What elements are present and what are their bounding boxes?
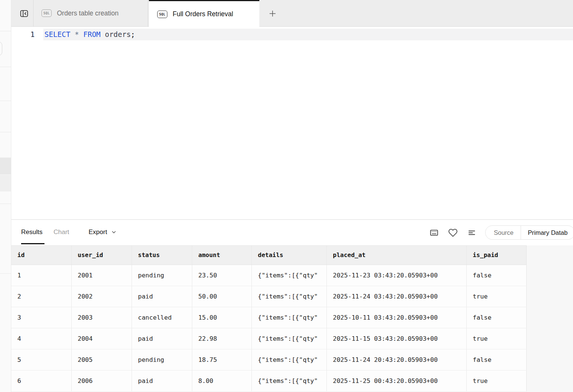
column-header-placed_at: placed_at — [327, 246, 467, 265]
cell-details: {"items":[{"qty" — [252, 371, 327, 391]
code-token — [101, 30, 105, 38]
tab-label: Full Orders Retrieval — [173, 10, 233, 18]
sidebar-item-highlight — [0, 158, 11, 175]
cell-is_paid: false — [467, 265, 527, 286]
results-table: iduser_idstatusamountdetailsplaced_atis_… — [11, 245, 527, 392]
sidebar-item-highlight — [0, 175, 11, 191]
sql-editor[interactable]: 1 SELECT * FROM orders; — [11, 27, 573, 219]
table-row: 42004paid22.98{"items":[{"qty"2025-11-15… — [11, 328, 527, 349]
cell-amount: 22.98 — [192, 328, 252, 349]
cell-amount: 8.00 — [192, 371, 252, 391]
column-header-amount: amount — [192, 246, 252, 265]
column-header-user_id: user_id — [72, 246, 132, 265]
tab-label: Orders table creation — [57, 9, 118, 17]
keyboard-shortcuts-button[interactable] — [429, 228, 439, 237]
active-tab-underline — [21, 243, 44, 244]
cell-user_id: 2004 — [72, 328, 132, 349]
cell-placed_at: 2025-11-24 20:43:20.05903+00 — [327, 349, 467, 370]
row-options-button[interactable] — [467, 228, 476, 237]
column-header-is_paid: is_paid — [467, 246, 527, 265]
cell-is_paid: true — [467, 371, 527, 391]
favorite-button[interactable] — [448, 228, 458, 237]
results-panel: Results Chart Export — [11, 219, 573, 392]
code-token — [79, 30, 83, 38]
cell-user_id: 2001 — [72, 265, 132, 286]
cell-placed_at: 2025-11-25 00:43:20.05903+00 — [327, 371, 467, 391]
sidebar-strip — [0, 0, 11, 392]
export-button[interactable]: Export — [89, 220, 117, 244]
table-body: 12001pending23.50{"items":[{"qty"2025-11… — [11, 265, 527, 392]
tab-bar: SQL Orders table creation SQL Full Order… — [11, 0, 573, 27]
cell-id: 2 — [11, 286, 72, 307]
source-label: Source — [486, 226, 521, 239]
cell-id: 5 — [11, 349, 72, 370]
sidebar-divider — [0, 31, 11, 31]
cell-amount: 15.00 — [192, 307, 252, 328]
tab-chart[interactable]: Chart — [54, 220, 69, 244]
chevron-down-icon — [111, 229, 117, 235]
cell-is_paid: false — [467, 349, 527, 370]
cell-status: paid — [132, 371, 192, 391]
cell-placed_at: 2025-11-23 03:43:20.05903+00 — [327, 265, 467, 286]
cell-status: paid — [132, 286, 192, 307]
column-header-status: status — [132, 246, 192, 265]
code-token — [70, 30, 75, 38]
cell-amount: 50.00 — [192, 286, 252, 307]
table-row: 32003cancelled15.00{"items":[{"qty"2025-… — [11, 307, 527, 328]
sql-badge-icon: SQL — [41, 9, 52, 17]
tab-orders-table-creation[interactable]: SQL Orders table creation — [33, 0, 148, 26]
sidebar-divider — [0, 204, 11, 204]
sidebar-divider — [0, 101, 11, 101]
sql-badge-icon: SQL — [157, 11, 167, 18]
cell-is_paid: true — [467, 328, 527, 349]
sidebar-divider — [0, 67, 11, 67]
cell-id: 6 — [11, 371, 72, 391]
cell-user_id: 2006 — [72, 371, 132, 391]
cell-is_paid: true — [467, 286, 527, 307]
collapse-sidebar-button[interactable] — [18, 8, 30, 19]
cell-placed_at: 2025-10-11 03:43:20.05903+00 — [327, 307, 467, 328]
cell-details: {"items":[{"qty" — [252, 349, 327, 370]
cell-status: paid — [132, 328, 192, 349]
code-token: SELECT — [44, 30, 70, 38]
cell-status: cancelled — [132, 307, 192, 328]
table-row: 52005pending18.75{"items":[{"qty"2025-11… — [11, 349, 527, 371]
export-label: Export — [89, 228, 107, 236]
column-header-details: details — [252, 246, 327, 265]
cell-status: pending — [132, 265, 192, 286]
cell-status: pending — [132, 349, 192, 370]
plus-icon — [268, 9, 277, 18]
cell-details: {"items":[{"qty" — [252, 328, 327, 349]
table-right-filler — [527, 245, 573, 392]
code-line[interactable]: SELECT * FROM orders; — [44, 29, 135, 40]
sidebar-divider — [0, 273, 11, 274]
cell-user_id: 2003 — [72, 307, 132, 328]
cell-placed_at: 2025-11-15 03:43:20.05903+00 — [327, 328, 467, 349]
table-header-row: iduser_idstatusamountdetailsplaced_atis_… — [11, 245, 527, 265]
source-selector: Source Primary Datab — [485, 225, 573, 240]
column-header-id: id — [11, 246, 72, 265]
cell-id: 3 — [11, 307, 72, 328]
line-number: 1 — [11, 29, 35, 40]
heart-icon — [448, 228, 458, 237]
cell-user_id: 2002 — [72, 286, 132, 307]
tab-results[interactable]: Results — [21, 220, 43, 244]
cell-id: 1 — [11, 265, 72, 286]
cell-amount: 18.75 — [192, 349, 252, 370]
sidebar-button-fragment — [0, 41, 2, 56]
code-token: FROM — [83, 30, 101, 38]
code-token: ; — [131, 30, 135, 38]
source-value-button[interactable]: Primary Datab — [521, 226, 573, 239]
keyboard-icon — [429, 228, 439, 237]
table-row: 22002paid50.00{"items":[{"qty"2025-11-24… — [11, 286, 527, 307]
table-row: 62006paid8.00{"items":[{"qty"2025-11-25 … — [11, 371, 527, 392]
cell-id: 4 — [11, 328, 72, 349]
table-row: 12001pending23.50{"items":[{"qty"2025-11… — [11, 265, 527, 286]
filter-lines-icon — [467, 228, 476, 237]
sidebar-divider — [0, 132, 11, 132]
cell-details: {"items":[{"qty" — [252, 286, 327, 307]
panel-collapse-left-icon — [19, 9, 29, 18]
new-tab-button[interactable] — [267, 8, 278, 19]
cell-is_paid: false — [467, 307, 527, 328]
tab-full-orders-retrieval[interactable]: SQL Full Orders Retrieval — [149, 0, 259, 27]
